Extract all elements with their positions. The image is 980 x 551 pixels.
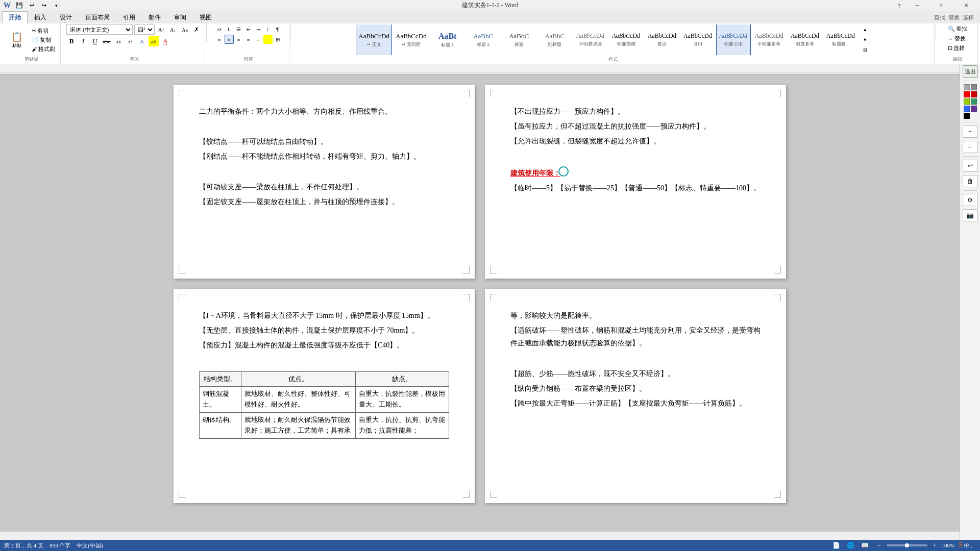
tab-design[interactable]: 设计 (53, 11, 79, 23)
panel-btn-undo[interactable]: ↩ (963, 160, 978, 172)
page-4[interactable]: 等，影响较大的是配箍率。 【适筋破坏——塑性破坏，钢筋和混凝土均能充分利用，安全… (485, 289, 786, 503)
view-read-btn[interactable]: 📖 (860, 540, 870, 550)
color-swatch-red[interactable] (964, 91, 970, 97)
page-2[interactable]: 【不出现拉应力——预应力构件】。 【虽有拉应力，但不超过混凝土的抗拉强度——预应… (485, 85, 786, 279)
font-grow-btn[interactable]: A↑ (156, 24, 166, 35)
style-zhengwen[interactable]: AaBbCcDd ↵ 正文 (356, 24, 392, 55)
zoom-in-btn[interactable]: + (929, 540, 940, 550)
style-point[interactable]: AaBbCcDd 要点 (645, 24, 679, 55)
replace-btn[interactable]: ↔ 替换 (946, 34, 968, 43)
tab-insert[interactable]: 插入 (28, 11, 53, 23)
color-swatch-gray2[interactable] (971, 84, 977, 90)
tab-review[interactable]: 审阅 (167, 11, 193, 23)
tab-mailings[interactable]: 邮件 (142, 11, 167, 23)
numbering-btn[interactable]: 1. (225, 24, 234, 34)
redo-quick-btn[interactable]: ↪ (39, 1, 49, 11)
align-right-btn[interactable]: ≡ (234, 35, 243, 44)
replace-icon: ↔ (948, 36, 953, 42)
view-print-btn[interactable]: 📄 (831, 540, 842, 550)
style-quote[interactable]: AaBbCcDd 引用 (680, 24, 715, 55)
view-web-btn[interactable]: 🌐 (846, 540, 856, 550)
highlight-color-btn[interactable]: ab (149, 36, 159, 46)
bold-btn[interactable]: B (66, 36, 77, 46)
border-btn[interactable]: ⊞ (273, 35, 282, 44)
tab-start[interactable]: 开始 (2, 11, 28, 23)
save-quick-btn[interactable]: 💾 (14, 1, 24, 11)
color-swatch-black[interactable] (964, 113, 970, 119)
decrease-indent-btn[interactable]: ⇤ (244, 24, 253, 34)
strikethrough-btn[interactable]: abc (102, 36, 112, 46)
superscript-btn[interactable]: x² (125, 36, 135, 46)
customize-quick-btn[interactable]: ▾ (51, 1, 61, 11)
italic-btn[interactable]: I (78, 36, 88, 46)
style-wujianpu[interactable]: AaBbCcDd ↵ 无间距 (393, 24, 429, 55)
tab-references[interactable]: 引用 (116, 11, 142, 23)
exit-panel-btn[interactable]: 退出 (963, 65, 978, 78)
underline-btn[interactable]: U (90, 36, 100, 46)
zoom-track[interactable] (887, 544, 927, 546)
show-hide-btn[interactable]: ¶ (273, 24, 282, 34)
font-color-btn[interactable]: A (160, 36, 170, 46)
font-shrink-btn[interactable]: A↓ (168, 24, 178, 35)
minimize-btn[interactable]: ─ (905, 0, 929, 11)
panel-btn-minus[interactable]: − (963, 141, 978, 153)
sort-btn[interactable]: ↕ (263, 24, 273, 34)
zoom-out-btn[interactable]: − (874, 540, 885, 550)
increase-indent-btn[interactable]: ⇥ (254, 24, 263, 34)
color-swatch-darkred[interactable] (971, 91, 977, 97)
color-swatch-green2[interactable] (971, 98, 977, 105)
p1-para1: 二力的平衡条件：两个力大小相等、方向相反、作用线重合。 (199, 105, 449, 118)
color-swatch-gray1[interactable] (964, 84, 970, 90)
page-3[interactable]: 【I－A环境，当骨料最大直径不大于 15mm 时，保护层最小厚度 15mm】。 … (174, 289, 475, 503)
select-btn[interactable]: ⊡ 选择 (946, 44, 967, 53)
paste-btn[interactable]: 📋 粘贴 (5, 26, 29, 54)
multilevel-btn[interactable]: ☰ (234, 24, 243, 34)
tab-view[interactable]: 视图 (193, 11, 218, 23)
align-left-btn[interactable]: ≡ (215, 35, 224, 44)
panel-btn-plus[interactable]: + (963, 126, 978, 138)
color-swatch-blue[interactable] (964, 106, 970, 112)
style-scroll-down[interactable]: ▼ (860, 35, 870, 45)
copy-btn[interactable]: 📄 复制 (30, 36, 57, 44)
color-swatch-green1[interactable] (964, 98, 970, 105)
find-btn[interactable]: 🔍 查找 (946, 24, 969, 33)
style-weak[interactable]: AaBbCcDd 不明显强调 (573, 24, 608, 55)
style-quote2[interactable]: AaBbCcDd 明显引用 (716, 24, 751, 55)
page-1[interactable]: 二力的平衡条件：两个力大小相等、方向相反、作用线重合。 【铰结点——杆可以绕结点… (174, 85, 475, 279)
line-spacing-btn[interactable]: ↕ (254, 35, 263, 44)
document-area[interactable]: 二力的平衡条件：两个力大小相等、方向相反、作用线重合。 【铰结点——杆可以绕结点… (0, 74, 960, 532)
panel-btn-settings[interactable]: ⚙ (963, 194, 978, 206)
help-btn[interactable]: ? (894, 1, 904, 11)
shading-btn[interactable] (263, 35, 273, 44)
bullets-btn[interactable]: ≡• (215, 24, 224, 34)
color-swatch-purple[interactable] (971, 106, 977, 112)
style-h1[interactable]: AaBt 标题 1 (430, 24, 465, 55)
clear-format-btn[interactable]: ✗ (191, 24, 202, 35)
panel-btn-delete[interactable]: 🗑 (963, 175, 978, 187)
style-sub[interactable]: AaBbC 副标题 (537, 24, 572, 55)
style-h2[interactable]: AaBbC 标题 2 (466, 24, 501, 55)
style-title-format[interactable]: AaBbCcDd 标题格... (823, 24, 858, 55)
style-scroll-up[interactable]: ▲ (860, 24, 870, 35)
subscript-btn[interactable]: x₂ (113, 36, 124, 46)
text-effect-btn[interactable]: A (137, 36, 147, 46)
change-case-btn[interactable]: Aa (180, 24, 190, 35)
font-name-select[interactable]: 宋体 (中文正文) (66, 24, 133, 35)
justify-btn[interactable]: ≡ (244, 35, 253, 44)
cut-btn[interactable]: ✂ 剪切 (30, 27, 57, 35)
align-center-btn[interactable]: ≡ (225, 35, 234, 44)
tab-layout[interactable]: 页面布局 (79, 11, 116, 23)
restore-btn[interactable]: □ (930, 0, 953, 11)
format-painter-btn[interactable]: 🖌 格式刷 (30, 45, 57, 54)
style-more[interactable]: ⊞ (860, 45, 870, 55)
panel-btn-camera[interactable]: 📷 (963, 209, 978, 221)
style-ref2[interactable]: AaBbCcDd 明显参考 (788, 24, 822, 55)
close-btn[interactable]: ✕ (954, 0, 978, 11)
style-ref1[interactable]: AaBbCcDd 不明显参考 (752, 24, 787, 55)
format-painter-icon: 🖌 (32, 46, 37, 52)
style-em[interactable]: AaBbCcDd 明显强调 (609, 24, 644, 55)
corner-bl-2 (490, 266, 497, 273)
font-size-select[interactable]: 四号 (134, 24, 155, 35)
undo-quick-btn[interactable]: ↩ (27, 1, 37, 11)
style-h[interactable]: AaBbC 标题 (502, 24, 536, 55)
